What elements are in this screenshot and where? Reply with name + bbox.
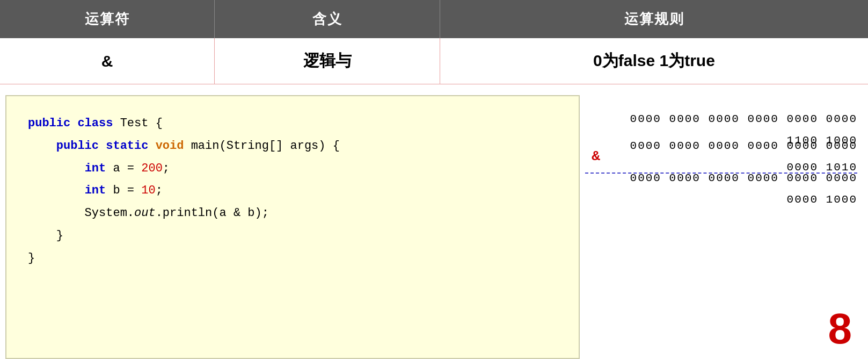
table-header-row: 运算符 含义 运算规则 (0, 0, 868, 38)
result-number: 8 (828, 304, 852, 354)
cell-meaning: 逻辑与 (215, 38, 440, 84)
binary-row-2: & 0000 0000 0000 0000 0000 0000 0000 101… (585, 143, 857, 170)
main-content: public class Test { public static void m… (0, 84, 868, 359)
binary-area: 0000 0000 0000 0000 0000 0000 1100 1000 … (580, 95, 868, 359)
header-meaning: 含义 (215, 0, 440, 38)
header-rule: 运算规则 (440, 0, 868, 38)
binary-table: 0000 0000 0000 0000 0000 0000 1100 1000 … (585, 117, 857, 203)
table-data-row: & 逻辑与 0为false 1为true (0, 38, 868, 84)
binary-digits-3: 0000 0000 0000 0000 0000 0000 0000 1000 (607, 168, 857, 211)
code-line-7: } (28, 247, 557, 270)
binary-op-symbol: & (585, 143, 607, 170)
code-line-2: public static void main(String[] args) { (28, 135, 557, 157)
code-line-4: int b = 10; (28, 180, 557, 202)
code-line-3: int a = 200; (28, 157, 557, 180)
code-line-5: System.out.println(a & b); (28, 202, 557, 225)
cell-rule: 0为false 1为true (440, 38, 868, 84)
code-box: public class Test { public static void m… (5, 95, 580, 359)
header-operator: 运算符 (0, 0, 215, 38)
binary-row-3: 0000 0000 0000 0000 0000 0000 0000 1000 (585, 176, 857, 203)
code-line-1: public class Test { (28, 112, 557, 135)
operator-table: 运算符 含义 运算规则 & 逻辑与 0为false 1为true (0, 0, 868, 84)
cell-operator: & (0, 38, 215, 84)
code-line-6: } (28, 225, 557, 247)
page-container: 运算符 含义 运算规则 & 逻辑与 0为false 1为true public … (0, 0, 868, 359)
